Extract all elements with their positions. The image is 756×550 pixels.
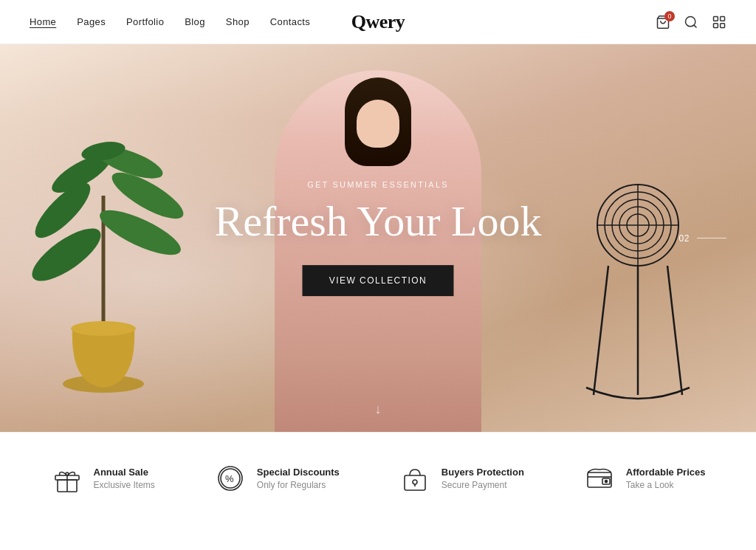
header-actions: 0 xyxy=(656,15,726,30)
nav-blog[interactable]: Blog xyxy=(185,16,205,27)
svg-point-1 xyxy=(686,16,695,26)
svg-rect-37 xyxy=(588,472,611,487)
svg-line-25 xyxy=(667,266,682,395)
grid-icon xyxy=(712,15,726,30)
grid-menu-button[interactable] xyxy=(712,15,726,30)
feature-affordable-prices: Affordable Prices Take a Look xyxy=(583,462,706,495)
nav-shop[interactable]: Shop xyxy=(226,16,250,27)
slide-number: 02 xyxy=(678,233,690,244)
svg-rect-6 xyxy=(721,23,725,27)
svg-rect-4 xyxy=(721,16,725,21)
feature-special-discounts: % Special Discounts Only for Regulars xyxy=(214,462,340,495)
search-button[interactable] xyxy=(684,15,698,30)
hero-eyebrow: GET SUMMER ESSENTIALS xyxy=(214,180,541,189)
svg-text:%: % xyxy=(225,473,234,484)
svg-line-2 xyxy=(694,24,697,27)
hero-content: GET SUMMER ESSENTIALS Refresh Your Look … xyxy=(214,180,541,297)
feature-affordable-prices-text: Affordable Prices Take a Look xyxy=(626,467,706,490)
feature-annual-sale: Annual Sale Exclusive Items xyxy=(51,462,155,495)
slide-line xyxy=(697,238,726,238)
features-section: Annual Sale Exclusive Items % Special Di… xyxy=(0,432,756,524)
gift-icon xyxy=(51,462,83,495)
feature-buyers-protection-text: Buyers Protection Secure Payment xyxy=(441,467,524,490)
nav-contacts[interactable]: Contacts xyxy=(270,16,310,27)
svg-line-24 xyxy=(594,266,608,395)
feature-special-discounts-subtitle: Only for Regulars xyxy=(257,480,340,490)
svg-rect-5 xyxy=(714,23,718,27)
discount-icon: % xyxy=(214,462,247,495)
svg-point-39 xyxy=(605,481,607,483)
nav-portfolio[interactable]: Portfolio xyxy=(126,16,164,27)
feature-buyers-protection-subtitle: Secure Payment xyxy=(441,480,524,490)
feature-buyers-protection: Buyers Protection Secure Payment xyxy=(399,462,524,495)
wallet-icon xyxy=(583,462,616,495)
svg-rect-34 xyxy=(405,475,425,490)
slide-indicator: 02 xyxy=(678,233,726,244)
feature-annual-sale-text: Annual Sale Exclusive Items xyxy=(94,467,155,490)
svg-point-30 xyxy=(66,472,69,475)
feature-buyers-protection-title: Buyers Protection xyxy=(441,467,524,478)
site-logo[interactable]: Qwery xyxy=(351,11,405,33)
shield-bag-icon xyxy=(399,462,431,495)
hero-title: Refresh Your Look xyxy=(214,198,541,245)
nav-pages[interactable]: Pages xyxy=(77,16,106,27)
svg-rect-3 xyxy=(714,16,718,21)
main-nav: Home Pages Portfolio Blog Shop Contacts xyxy=(30,16,310,27)
feature-special-discounts-text: Special Discounts Only for Regulars xyxy=(257,467,340,490)
view-collection-button[interactable]: View Collection xyxy=(303,265,453,296)
side-decor xyxy=(564,181,712,402)
feature-annual-sale-subtitle: Exclusive Items xyxy=(94,480,155,490)
nav-home[interactable]: Home xyxy=(30,16,56,27)
feature-affordable-prices-title: Affordable Prices xyxy=(626,467,706,478)
cart-button[interactable]: 0 xyxy=(656,15,670,30)
cart-badge: 0 xyxy=(664,11,675,21)
site-header: Home Pages Portfolio Blog Shop Contacts … xyxy=(0,0,756,44)
plant-decoration xyxy=(22,122,185,402)
svg-point-35 xyxy=(413,480,417,484)
scroll-arrow: ↓ xyxy=(375,402,382,417)
svg-point-8 xyxy=(71,321,136,336)
feature-affordable-prices-subtitle: Take a Look xyxy=(626,480,706,490)
search-icon xyxy=(684,15,698,30)
hero-section: GET SUMMER ESSENTIALS Refresh Your Look … xyxy=(0,44,756,432)
feature-special-discounts-title: Special Discounts xyxy=(257,467,340,478)
feature-annual-sale-title: Annual Sale xyxy=(94,467,155,478)
